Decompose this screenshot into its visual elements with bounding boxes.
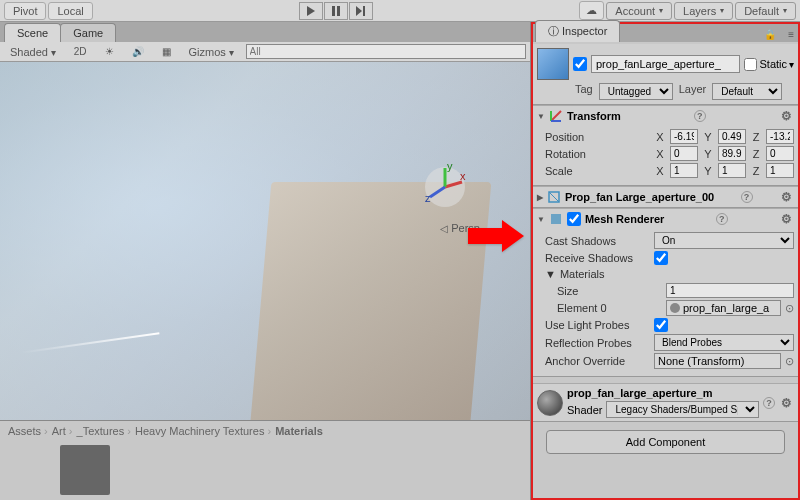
position-z[interactable] — [766, 129, 794, 144]
account-dropdown[interactable]: Account — [606, 2, 672, 20]
pause-button[interactable] — [324, 2, 348, 20]
crumb-2[interactable]: _Textures — [77, 425, 131, 437]
gameobject-icon[interactable] — [537, 48, 569, 80]
active-checkbox[interactable] — [573, 57, 587, 71]
gameobject-name-input[interactable] — [591, 55, 740, 73]
tag-label: Tag — [575, 83, 593, 100]
cast-shadows-select[interactable]: On — [654, 232, 794, 249]
gizmos-dropdown[interactable]: Gizmos ▾ — [183, 44, 240, 60]
shader-label: Shader — [567, 404, 602, 416]
element0-field[interactable]: prop_fan_large_a — [666, 300, 781, 316]
lock-icon[interactable]: 🔒 — [758, 27, 782, 42]
anchor-override-field[interactable]: None (Transform) — [654, 353, 781, 369]
receive-shadows-label: Receive Shadows — [545, 252, 650, 264]
lighting-icon[interactable]: ☀ — [99, 44, 120, 59]
panel-menu-icon[interactable]: ≡ — [782, 27, 800, 42]
position-y[interactable] — [718, 129, 746, 144]
help-icon[interactable]: ? — [716, 213, 728, 225]
meshrenderer-header[interactable]: ▼ Mesh Renderer ? ⚙ — [533, 209, 798, 229]
pivot-button[interactable]: Pivot — [4, 2, 46, 20]
help-icon[interactable]: ? — [694, 110, 706, 122]
light-probes-checkbox[interactable] — [654, 318, 668, 332]
svg-marker-18 — [468, 220, 524, 252]
rotation-y[interactable] — [718, 146, 746, 161]
position-label: Position — [545, 131, 650, 143]
scene-viewport[interactable]: x y z ◁ Persp — [0, 62, 530, 420]
2d-toggle[interactable]: 2D — [68, 44, 93, 59]
cloud-button[interactable]: ☁ — [579, 1, 604, 20]
static-checkbox[interactable] — [744, 58, 757, 71]
scene-geometry — [249, 182, 492, 420]
play-controls — [299, 2, 373, 20]
audio-icon[interactable]: 🔊 — [126, 44, 150, 59]
shader-select[interactable]: Legacy Shaders/Bumped Spe — [606, 401, 759, 418]
material-header[interactable]: prop_fan_large_aperture_m Shader Legacy … — [533, 384, 798, 421]
orientation-gizmo[interactable]: x y z — [420, 162, 470, 212]
inspector-panel: ⓘ Inspector 🔒 ≡ Static ▾ Tag Untag — [531, 22, 800, 500]
svg-text:x: x — [460, 170, 466, 182]
meshfilter-header[interactable]: ▶ Prop_fan Large_aperture_00 ? ⚙ — [533, 187, 798, 207]
pivot-label: Pivot — [13, 5, 37, 17]
scale-x[interactable] — [670, 163, 698, 178]
main-toolbar: Pivot Local ☁ Account Layers Default — [0, 0, 800, 22]
tag-select[interactable]: Untagged — [599, 83, 673, 100]
position-x[interactable] — [670, 129, 698, 144]
gear-icon[interactable]: ⚙ — [779, 212, 794, 226]
scene-search[interactable] — [246, 44, 526, 59]
cloud-icon: ☁ — [586, 4, 597, 16]
fx-icon[interactable]: ▦ — [156, 44, 177, 59]
materials-size-label: Size — [557, 285, 662, 297]
shading-dropdown[interactable]: Shaded ▾ — [4, 44, 62, 60]
cast-shadows-label: Cast Shadows — [545, 235, 650, 247]
reflection-probes-select[interactable]: Blend Probes — [654, 334, 794, 351]
breadcrumb[interactable]: Assets Art _Textures Heavy Machinery Tex… — [0, 421, 530, 441]
rotation-z[interactable] — [766, 146, 794, 161]
tab-game[interactable]: Game — [60, 23, 116, 42]
renderer-enabled-checkbox[interactable] — [567, 212, 581, 226]
help-icon[interactable]: ? — [763, 397, 775, 409]
crumb-3[interactable]: Heavy Machinery Textures — [135, 425, 271, 437]
object-picker-icon[interactable]: ⊙ — [785, 355, 794, 368]
crumb-4[interactable]: Materials — [275, 425, 323, 437]
crumb-1[interactable]: Art — [52, 425, 73, 437]
scale-label: Scale — [545, 165, 650, 177]
tab-scene[interactable]: Scene — [4, 23, 61, 42]
crumb-0[interactable]: Assets — [8, 425, 48, 437]
local-button[interactable]: Local — [48, 2, 92, 20]
layer-select[interactable]: Default — [712, 83, 782, 100]
gear-icon[interactable]: ⚙ — [779, 109, 794, 123]
reflection-probes-label: Reflection Probes — [545, 337, 650, 349]
asset-thumbnail[interactable] — [60, 445, 110, 495]
object-picker-icon[interactable]: ⊙ — [785, 302, 794, 315]
layout-dropdown[interactable]: Default — [735, 2, 796, 20]
gear-icon[interactable]: ⚙ — [779, 396, 794, 410]
scale-y[interactable] — [718, 163, 746, 178]
help-icon[interactable]: ? — [741, 191, 753, 203]
materials-size-input[interactable] — [666, 283, 794, 298]
svg-line-12 — [551, 111, 561, 121]
mesh-icon — [547, 190, 561, 204]
tab-inspector[interactable]: ⓘ Inspector — [535, 20, 620, 42]
anchor-override-label: Anchor Override — [545, 355, 650, 367]
transform-icon — [549, 109, 563, 123]
annotation-arrow — [468, 220, 524, 254]
svg-line-16 — [549, 192, 559, 202]
transform-component: ▼ Transform ? ⚙ Position X Y Z — [533, 105, 798, 186]
play-button[interactable] — [299, 2, 323, 20]
step-button[interactable] — [349, 2, 373, 20]
svg-marker-0 — [307, 6, 315, 16]
gear-icon[interactable]: ⚙ — [779, 190, 794, 204]
meshfilter-component: ▶ Prop_fan Large_aperture_00 ? ⚙ — [533, 186, 798, 208]
scale-z[interactable] — [766, 163, 794, 178]
rotation-x[interactable] — [670, 146, 698, 161]
add-component-button[interactable]: Add Component — [546, 430, 785, 454]
receive-shadows-checkbox[interactable] — [654, 251, 668, 265]
transform-header[interactable]: ▼ Transform ? ⚙ — [533, 106, 798, 126]
svg-rect-1 — [332, 6, 335, 16]
layers-dropdown[interactable]: Layers — [674, 2, 733, 20]
meshrenderer-component: ▼ Mesh Renderer ? ⚙ Cast Shadows On — [533, 208, 798, 377]
svg-rect-17 — [551, 214, 561, 224]
materials-foldout[interactable]: ▼ Materials — [545, 266, 794, 282]
gameobject-header: Static ▾ Tag Untagged Layer Default — [533, 44, 798, 105]
element0-label: Element 0 — [557, 302, 662, 314]
